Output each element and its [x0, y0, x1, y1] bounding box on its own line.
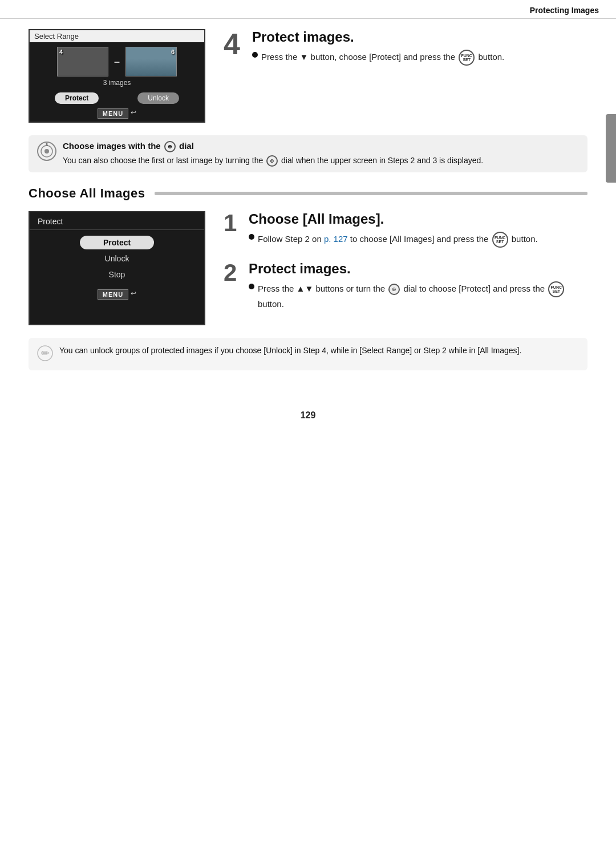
step2-bullet-dot [249, 284, 254, 289]
content: Select Range 4 – 6 3 images Protect Unlo… [0, 19, 616, 393]
func-set-btn-2: FUNCSET [548, 281, 564, 297]
screen2-menu-arrow: ↩ [131, 289, 136, 300]
tip-box: 8 Choose images with the ⊛ dial You can … [29, 135, 587, 172]
screen-buttons-row: Protect Unlock [30, 90, 204, 106]
screen-count: 3 images [30, 79, 204, 87]
menu-label: MENU [98, 108, 128, 119]
step4-bullet-dot [252, 52, 258, 58]
screen2-item-unlock: Unlock [80, 252, 154, 265]
screen-img-left: 4 [57, 47, 108, 76]
step2-num: 2 [224, 261, 243, 285]
screen2-items: Protect Unlock Stop [30, 230, 204, 281]
dash-separator: – [114, 56, 120, 68]
protect-btn-screen: Protect [55, 92, 99, 104]
svg-point-2 [44, 149, 49, 154]
page-number: 129 [0, 410, 616, 421]
dial-icon-tip: ⊛ [266, 155, 278, 167]
tip-content: Choose images with the ⊛ dial You can al… [63, 141, 483, 167]
select-range-screen: Select Range 4 – 6 3 images Protect Unlo… [29, 29, 205, 123]
screen-img-right: 6 [125, 47, 177, 76]
screen-images-row: 4 – 6 [30, 42, 204, 79]
img-num-right: 6 [171, 49, 175, 55]
step2-heading: Protect images. [249, 261, 587, 277]
screen-header-select-range: Select Range [30, 30, 204, 42]
note-icon-container: ✏ [37, 345, 54, 364]
func-set-btn-1: FUNCSET [492, 232, 508, 248]
tip-icon-container: 8 [37, 141, 57, 163]
heading-line [155, 192, 587, 195]
step1-bullet-dot [249, 234, 254, 240]
step1-bullet-row: Follow Step 2 on p. 127 to choose [All I… [249, 232, 538, 248]
unlock-btn-screen: Unlock [137, 92, 179, 104]
screen2-item-stop: Stop [80, 268, 154, 281]
svg-text:8: 8 [46, 143, 48, 147]
down-arrow-icon: ▼ [300, 52, 309, 62]
step4-heading: Protect images. [252, 29, 504, 45]
step2-row: 2 Protect images. Press the ▲▼ buttons o… [224, 261, 587, 314]
step1-heading: Choose [All Images]. [249, 211, 538, 227]
svg-text:✏: ✏ [41, 348, 50, 359]
step4-bullet-row: Press the ▼ button, choose [Protect] and… [252, 50, 504, 66]
choose-all-title: Choose All Images [29, 186, 145, 201]
note-pencil-icon: ✏ [37, 345, 54, 362]
screen-menu-row: MENU ↩ [30, 108, 204, 122]
all-images-steps: 1 Choose [All Images]. Follow Step 2 on … [224, 211, 587, 314]
all-images-section-row: Protect Protect Unlock Stop MENU ↩ 1 Cho… [29, 211, 587, 325]
menu-arrow: ↩ [131, 108, 136, 119]
step4-bullet-text: Press the ▼ button, choose [Protect] and… [261, 50, 504, 66]
func-set-btn: FUNCSET [459, 50, 475, 66]
page-header-title: Protecting Images [530, 6, 599, 15]
screen2-menu-row: MENU ↩ [30, 289, 204, 304]
protect-all-screen: Protect Protect Unlock Stop MENU ↩ [29, 211, 205, 325]
dial-tip-icon: 8 [37, 141, 57, 162]
screen2-item-protect: Protect [80, 236, 154, 249]
note-box: ✏ You can unlock groups of protected ima… [29, 338, 587, 370]
note-text: You can unlock groups of protected image… [59, 345, 521, 357]
step1-bullet-text: Follow Step 2 on p. 127 to choose [All I… [258, 232, 538, 248]
tip-title: Choose images with the ⊛ dial [63, 141, 483, 152]
step4-content-row: 4 Protect images. Press the ▼ button, ch… [224, 29, 587, 68]
choose-all-heading: Choose All Images [29, 186, 587, 201]
up-down-arrows-icon: ▲▼ [297, 284, 314, 293]
right-tab [606, 114, 616, 183]
step1-content: Choose [All Images]. Follow Step 2 on p.… [249, 211, 538, 251]
tip-text: You can also choose the first or last im… [63, 155, 483, 167]
page-127-link[interactable]: p. 127 [324, 234, 348, 244]
step2-bullet-row: Press the ▲▼ buttons or turn the ⊛ dial … [249, 281, 587, 311]
img-num-left: 4 [59, 49, 63, 55]
step4-content: Protect images. Press the ▼ button, choo… [252, 29, 504, 68]
dial-icon-inline: ⊛ [164, 141, 176, 152]
step2-bullet-text: Press the ▲▼ buttons or turn the ⊛ dial … [258, 281, 587, 311]
section4-row: Select Range 4 – 6 3 images Protect Unlo… [29, 29, 587, 123]
screen2-header: Protect [30, 212, 204, 230]
step2-content: Protect images. Press the ▲▼ buttons or … [249, 261, 587, 314]
screen2-menu-label: MENU [98, 289, 128, 300]
page-header: Protecting Images [0, 0, 616, 19]
step4-num: 4 [224, 29, 246, 59]
dial-icon-step2: ⊛ [388, 284, 400, 295]
step1-row: 1 Choose [All Images]. Follow Step 2 on … [224, 211, 587, 251]
step1-num: 1 [224, 211, 243, 235]
